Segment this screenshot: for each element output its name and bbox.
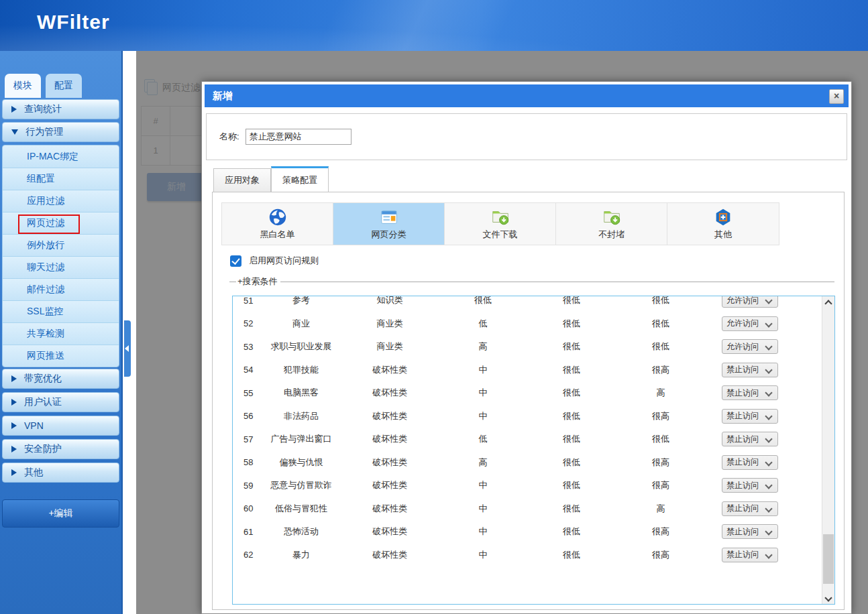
action-select-value: 允许访问	[726, 341, 759, 353]
row-number: 57	[233, 434, 262, 444]
wfilter-app: WFilter 模块 配置 查询统计 行为管理 IP-MAC绑定 组配置	[0, 0, 868, 614]
sidebar-item-label: 其他	[24, 467, 43, 479]
row-number: 60	[233, 503, 262, 513]
globe-icon	[268, 207, 288, 227]
sidebar-item[interactable]: 行为管理	[2, 122, 119, 142]
level-2: 很低	[527, 456, 616, 469]
sidebar-collapse-handle[interactable]	[124, 320, 131, 377]
action-select[interactable]: 禁止访问	[722, 524, 778, 539]
row-number: 58	[233, 457, 262, 467]
action-select[interactable]: 禁止访问	[722, 432, 778, 446]
tab-modules[interactable]: 模块	[5, 74, 41, 98]
search-conditions-toggle[interactable]: +搜索条件	[229, 275, 834, 288]
category-name: 低俗与冒犯性	[262, 503, 340, 515]
category-group: 破坏性类	[340, 433, 439, 445]
level-3: 很高	[616, 479, 705, 491]
chevron-down-icon	[765, 343, 772, 351]
tab-policy-config[interactable]: 策略配置	[271, 166, 329, 192]
table-scrollbar[interactable]	[822, 296, 834, 604]
row-number: 55	[233, 388, 262, 398]
category-button[interactable]: 不封堵	[556, 203, 667, 245]
sidebar-item[interactable]: 查询统计	[2, 99, 119, 119]
sidebar-item[interactable]: 聊天过滤	[3, 256, 119, 278]
action-select[interactable]: 禁止访问	[722, 548, 778, 562]
category-name: 非法药品	[262, 410, 340, 422]
category-name: 广告与弹出窗口	[262, 433, 340, 445]
name-input[interactable]	[246, 129, 351, 145]
action-select[interactable]: 禁止访问	[722, 478, 778, 493]
sidebar-item[interactable]: 组配置	[3, 168, 119, 190]
sidebar-item[interactable]: VPN	[2, 416, 119, 436]
sidebar-item[interactable]: 安全防护	[2, 439, 119, 459]
row-number: 54	[233, 365, 262, 375]
level-3: 高	[616, 503, 705, 515]
action-select[interactable]: 允许访问	[722, 339, 778, 354]
row-number: 53	[233, 342, 262, 352]
download-folder-icon	[602, 207, 622, 227]
level-2: 很低	[527, 503, 616, 515]
action-select[interactable]: 允许访问	[722, 316, 778, 331]
dialog-tabs: 应用对象 策略配置	[213, 168, 849, 192]
close-icon[interactable]: ×	[829, 89, 844, 104]
tab-config[interactable]: 配置	[46, 74, 82, 98]
sidebar-item[interactable]: 带宽优化	[2, 369, 119, 389]
category-name: 求职与职业发展	[262, 341, 340, 353]
sidebar-item-label: 安全防护	[24, 443, 62, 455]
category-name: 参考	[262, 296, 340, 306]
category-button[interactable]: 黑白名单	[222, 203, 333, 245]
scrollbar-thumb[interactable]	[823, 534, 834, 584]
sidebar-item[interactable]: 网页过滤	[3, 212, 119, 234]
category-button[interactable]: 文件下载	[445, 203, 556, 245]
level-3: 很高	[616, 410, 705, 422]
action-select-value: 禁止访问	[726, 410, 759, 422]
sidebar-item-label: 共享检测	[27, 328, 64, 340]
sidebar-item[interactable]: IP-MAC绑定	[3, 145, 119, 168]
sidebar-item-label: 应用过滤	[27, 195, 64, 207]
sidebar-item-label: 行为管理	[25, 126, 63, 138]
action-select-value: 禁止访问	[726, 526, 759, 538]
action-select[interactable]: 禁止访问	[722, 455, 778, 470]
sidebar-item-label: 聊天过滤	[27, 261, 64, 273]
sidebar-item-label: 例外放行	[27, 239, 64, 251]
scroll-up-icon[interactable]	[822, 296, 834, 308]
tab-apply-objects[interactable]: 应用对象	[213, 168, 271, 192]
sidebar-item[interactable]: 其他	[2, 463, 119, 483]
enable-rule-checkbox[interactable]	[230, 255, 241, 267]
action-select-value: 禁止访问	[726, 549, 759, 560]
sidebar-item[interactable]: 用户认证	[2, 392, 119, 412]
category-group: 破坏性类	[340, 387, 439, 399]
edit-button[interactable]: +编辑	[2, 499, 119, 528]
category-name: 犯罪技能	[262, 364, 340, 376]
table-row: 61 恐怖活动 破坏性类 中 很低 很高 禁止访问	[233, 520, 822, 544]
name-label: 名称:	[219, 131, 239, 143]
sidebar-item[interactable]: 应用过滤	[3, 190, 119, 212]
action-select[interactable]: 允许访问	[722, 296, 778, 308]
scroll-down-icon[interactable]	[822, 593, 834, 604]
level-1: 中	[439, 364, 527, 376]
sidebar-item[interactable]: 例外放行	[3, 234, 119, 256]
action-select[interactable]: 禁止访问	[722, 385, 778, 400]
sidebar-item[interactable]: 共享检测	[3, 322, 119, 345]
dialog-body: 名称: 应用对象 策略配置 黑白名单	[205, 113, 849, 614]
category-button[interactable]: 网页分类	[333, 203, 445, 245]
level-2: 很低	[527, 341, 616, 353]
level-2: 很低	[527, 296, 616, 306]
action-select[interactable]: 禁止访问	[722, 409, 778, 424]
expand-arrow-icon	[11, 106, 17, 113]
sidebar-item[interactable]: 网页推送	[3, 345, 119, 367]
chevron-down-icon	[765, 482, 772, 489]
action-select[interactable]: 禁止访问	[722, 363, 778, 377]
action-select[interactable]: 禁止访问	[722, 501, 778, 516]
level-1: 中	[439, 479, 527, 491]
action-select-value: 禁止访问	[726, 480, 759, 491]
level-2: 很低	[527, 433, 616, 445]
sidebar-tabs: 模块 配置	[5, 74, 82, 98]
category-button[interactable]: 其他	[667, 203, 779, 245]
table-row: 51 参考 知识类 很低 很低 很低 允许访问	[233, 296, 822, 312]
sidebar-item[interactable]: 邮件过滤	[3, 278, 119, 300]
sidebar-item[interactable]: SSL监控	[3, 300, 119, 322]
table-row: 54 犯罪技能 破坏性类 中 很低 很高 禁止访问	[233, 359, 822, 382]
row-number: 52	[233, 318, 262, 328]
sidebar-item-label: 带宽优化	[24, 373, 62, 385]
table-row: 52 商业 商业类 低 很低 很低 允许访问	[233, 312, 822, 336]
